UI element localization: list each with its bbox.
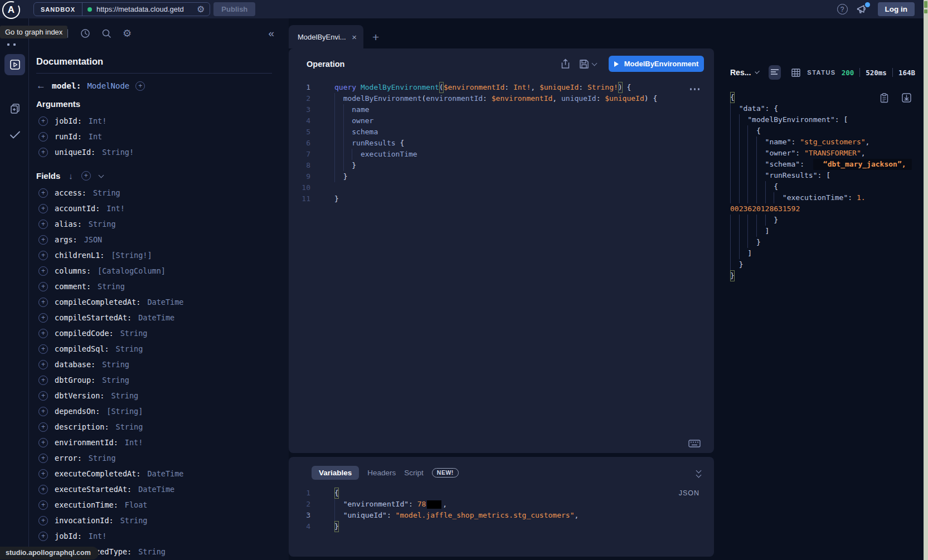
breadcrumb-type[interactable]: ModelNode — [87, 81, 129, 90]
field-type[interactable]: String — [89, 220, 116, 228]
field-row[interactable]: +database:String — [36, 357, 272, 372]
field-type[interactable]: String — [93, 188, 120, 197]
chevron-down-icon[interactable] — [98, 172, 104, 178]
field-type[interactable]: String — [98, 282, 125, 291]
argument-row[interactable]: +uniqueId:String! — [36, 144, 272, 160]
field-row[interactable]: +compileStartedAt:DateTime — [36, 310, 272, 325]
add-to-query-icon[interactable]: + — [38, 438, 48, 447]
back-arrow-icon[interactable]: ← — [36, 80, 46, 91]
field-row[interactable]: +compileCompletedAt:DateTime — [36, 294, 272, 310]
field-row[interactable]: +compiledCode:String — [36, 325, 272, 341]
collapse-docs-icon[interactable]: « — [268, 27, 274, 40]
login-button[interactable]: Log in — [878, 2, 915, 16]
add-to-query-icon[interactable]: + — [38, 132, 48, 142]
tab-headers[interactable]: Headers — [367, 469, 396, 477]
add-to-query-icon[interactable]: + — [38, 532, 48, 541]
field-row[interactable]: +dbtVersion:String — [36, 388, 272, 403]
add-to-query-icon[interactable]: + — [38, 500, 48, 510]
field-type[interactable]: [String] — [106, 407, 143, 416]
operation-editor[interactable]: 1query ModelByEnvironment($environmentId… — [289, 82, 714, 204]
add-to-query-icon[interactable]: + — [38, 298, 48, 307]
search-icon[interactable] — [101, 28, 111, 38]
field-row[interactable]: +executeCompletedAt:DateTime — [36, 466, 272, 481]
field-row[interactable]: +access:String — [36, 185, 272, 201]
add-to-query-icon[interactable]: + — [38, 516, 48, 525]
field-type[interactable]: String — [116, 344, 143, 353]
raw-view-icon[interactable] — [769, 65, 781, 80]
announcements-icon[interactable] — [857, 4, 869, 15]
settings-gear-icon[interactable]: ⚙ — [123, 27, 132, 40]
add-field-button[interactable]: + — [135, 81, 145, 91]
add-to-query-icon[interactable]: + — [38, 116, 48, 126]
add-to-query-icon[interactable]: + — [38, 148, 48, 157]
add-to-query-icon[interactable]: + — [38, 454, 48, 463]
new-tab-icon[interactable]: + — [372, 31, 379, 44]
apollo-logo[interactable]: A — [2, 1, 20, 19]
run-operation-button[interactable]: ModelByEnvironment — [609, 56, 704, 72]
field-row[interactable]: +alias:String — [36, 216, 272, 232]
add-to-query-icon[interactable]: + — [38, 266, 48, 276]
field-type[interactable]: String — [120, 516, 148, 525]
field-row[interactable]: +dependsOn:[String] — [36, 403, 272, 419]
field-type[interactable]: String! — [102, 148, 134, 157]
field-type[interactable]: DateTime — [138, 485, 174, 494]
field-type[interactable]: Int! — [89, 116, 107, 125]
add-to-query-icon[interactable]: + — [38, 235, 48, 245]
field-type[interactable]: Int! — [89, 532, 107, 540]
download-response-icon[interactable] — [902, 93, 911, 103]
add-to-query-icon[interactable]: + — [38, 469, 48, 479]
argument-row[interactable]: +jobId:Int! — [36, 113, 272, 129]
endpoint-url-input[interactable]: https://metadata.cloud.getd — [96, 5, 192, 13]
sort-icon[interactable]: ↓ — [69, 171, 73, 181]
field-row[interactable]: +dbtGroup:String — [36, 372, 272, 388]
field-row[interactable]: +accountId:Int! — [36, 201, 272, 216]
field-row[interactable]: +environmentId:Int! — [36, 435, 272, 450]
add-to-query-icon[interactable]: + — [38, 344, 48, 354]
add-to-query-icon[interactable]: + — [38, 329, 48, 338]
field-type[interactable]: Float — [125, 500, 148, 509]
response-dropdown[interactable]: Res... — [730, 68, 751, 77]
tab-modelbyenvironment[interactable]: ModelByEnvi... × — [289, 25, 363, 48]
field-type[interactable]: [CatalogColumn] — [98, 266, 166, 275]
field-type[interactable]: Int — [89, 132, 102, 141]
share-icon[interactable] — [561, 59, 570, 69]
operation-collections-icon[interactable] — [4, 98, 25, 119]
field-type[interactable]: Int! — [125, 438, 143, 447]
field-row[interactable]: +compiledSql:String — [36, 341, 272, 357]
field-row[interactable]: +comment:String — [36, 279, 272, 294]
add-to-query-icon[interactable]: + — [38, 204, 48, 213]
argument-row[interactable]: +runId:Int — [36, 129, 272, 144]
field-type[interactable]: String — [138, 547, 166, 556]
add-to-query-icon[interactable]: + — [38, 376, 48, 385]
table-view-icon[interactable] — [790, 65, 803, 80]
help-icon[interactable]: ? — [837, 4, 848, 14]
publish-button[interactable]: Publish — [213, 2, 255, 16]
field-type[interactable]: JSON — [84, 235, 103, 244]
save-icon[interactable] — [579, 59, 596, 69]
field-row[interactable]: +error:String — [36, 450, 272, 466]
field-type[interactable]: String — [116, 422, 143, 431]
field-row[interactable]: +jobId:Int! — [36, 528, 272, 544]
save-menu-chevron-icon[interactable] — [592, 60, 597, 66]
response-dropdown-chevron-icon[interactable] — [755, 69, 760, 74]
history-icon[interactable] — [80, 28, 90, 38]
field-type[interactable]: String — [120, 329, 148, 338]
field-row[interactable]: +args:JSON — [36, 232, 272, 247]
copy-response-icon[interactable] — [880, 93, 888, 103]
add-to-query-icon[interactable]: + — [38, 251, 48, 260]
field-type[interactable]: String — [111, 391, 138, 400]
tab-variables[interactable]: Variables — [312, 466, 359, 480]
field-type[interactable]: DateTime — [147, 469, 183, 478]
tab-script[interactable]: Script — [404, 469, 424, 477]
keyboard-shortcuts-icon[interactable] — [688, 440, 701, 447]
field-type[interactable]: String — [102, 376, 129, 384]
field-type[interactable]: Int! — [106, 204, 125, 213]
field-row[interactable]: +childrenL1:[String!] — [36, 247, 272, 263]
field-type[interactable]: String — [89, 454, 116, 462]
endpoint-url-box[interactable]: https://metadata.cloud.getd ⚙ — [82, 3, 210, 16]
graph-index-icon[interactable] — [7, 43, 16, 46]
field-row[interactable]: +executeStartedAt:DateTime — [36, 481, 272, 497]
add-to-query-icon[interactable]: + — [38, 422, 48, 432]
close-tab-icon[interactable]: × — [352, 32, 357, 42]
collapse-panel-icon[interactable] — [697, 469, 701, 477]
